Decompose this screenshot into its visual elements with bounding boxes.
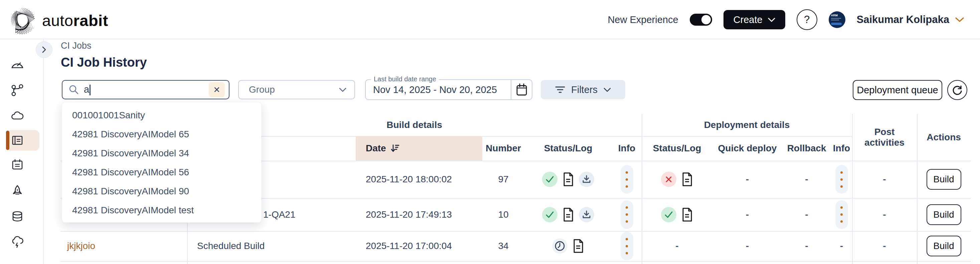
sidebar-item-git-branch-icon[interactable]	[10, 83, 25, 98]
cell-quick-deploy: -	[713, 241, 782, 251]
cell-build-status-log	[524, 238, 612, 254]
deploy-success-icon	[661, 207, 676, 222]
new-experience-toggle[interactable]	[690, 14, 712, 26]
column-header-quick-deploy[interactable]: Quick deploy	[713, 136, 782, 161]
sidebar-item-rocket-icon[interactable]	[10, 184, 25, 198]
sidebar-item-ci-job-history-icon[interactable]	[10, 133, 25, 148]
cell-build-status-log	[524, 172, 612, 187]
sidebar	[0, 40, 44, 264]
suggestion-item[interactable]: 42981 DiscoveryAIModel test	[62, 201, 261, 220]
search-icon	[68, 84, 79, 95]
kebab-menu-icon[interactable]	[835, 165, 848, 194]
column-header-actions-spacer	[917, 136, 970, 161]
search-value: a	[84, 84, 209, 95]
build-success-icon	[542, 172, 557, 187]
deployment-queue-button[interactable]: Deployment queue	[853, 80, 942, 100]
toggle-knob	[702, 15, 711, 24]
filter-icon	[555, 86, 565, 93]
cell-deploy-status-log	[642, 172, 713, 187]
column-header-number[interactable]: Number	[482, 136, 524, 161]
search-input[interactable]: a ✕	[62, 80, 229, 100]
sidebar-item-cloud-icon[interactable]	[10, 109, 25, 123]
deploy-log-icon[interactable]	[681, 172, 693, 187]
sidebar-item-dashboard-gauge-icon[interactable]	[10, 58, 25, 72]
group-select[interactable]: Group	[238, 80, 355, 100]
sidebar-item-database-icon[interactable]	[10, 209, 25, 224]
sort-descending-icon	[391, 144, 399, 153]
cell-quick-deploy: -	[713, 209, 782, 220]
cell-post-activities: -	[852, 209, 917, 220]
build-button[interactable]: Build	[927, 169, 961, 190]
build-log-icon[interactable]	[562, 207, 574, 222]
create-button[interactable]: Create	[724, 10, 785, 29]
cell-rollback: -	[782, 209, 831, 220]
table-row: jkjkjoio Scheduled Build 2025-11-20 17:0…	[60, 231, 970, 261]
filters-button[interactable]: Filters	[541, 80, 625, 100]
group-select-label: Group	[249, 84, 275, 95]
cell-rollback: -	[782, 174, 831, 185]
kebab-menu-icon[interactable]	[620, 200, 633, 229]
suggestion-item[interactable]: 42981 DiscoveryAIModel 56	[62, 163, 261, 182]
column-header-status-log-build[interactable]: Status/Log	[524, 136, 612, 161]
cell-date: 2025-11-20 17:49:13	[356, 209, 482, 220]
download-log-icon[interactable]	[579, 172, 594, 187]
column-header-info-build: Info	[612, 136, 642, 161]
deploy-failed-icon	[661, 172, 676, 187]
chevron-down-icon	[604, 88, 611, 92]
calendar-icon	[516, 83, 527, 96]
sidebar-item-cloud-lightning-icon[interactable]	[10, 234, 25, 249]
autorabit-wordmark: autorabit	[42, 11, 108, 30]
cell-trigger: Scheduled Build	[187, 241, 356, 251]
help-button[interactable]: ?	[797, 9, 817, 30]
column-header-rollback[interactable]: Rollback	[782, 136, 831, 161]
date-range-value: Nov 14, 2025 - Nov 20, 2025	[373, 80, 497, 100]
cell-date: 2025-11-20 17:00:04	[356, 241, 482, 251]
cell-actions: Build	[917, 236, 970, 256]
page-title: CI Job History	[61, 55, 147, 70]
date-range-field[interactable]: Last build date range Nov 14, 2025 - Nov…	[365, 79, 533, 100]
cell-number: 34	[482, 241, 524, 251]
build-log-icon[interactable]	[562, 172, 574, 187]
refresh-button[interactable]	[947, 80, 967, 100]
cell-post-activities: -	[852, 241, 917, 251]
sidebar-item-clipped-icon[interactable]	[10, 262, 25, 264]
user-name[interactable]: Saikumar Kolipaka	[857, 14, 949, 26]
suggestion-item[interactable]: 42981 DiscoveryAIModel 34	[62, 144, 261, 163]
sidebar-collapse-button[interactable]	[36, 41, 52, 58]
column-header-post-spacer	[852, 136, 917, 161]
build-button[interactable]: Build	[927, 236, 961, 256]
cell-job-name[interactable]: jkjkjoio	[60, 241, 187, 251]
cell-build-info	[612, 165, 642, 194]
chevron-down-icon	[339, 88, 346, 92]
column-header-date[interactable]: Date	[356, 136, 482, 161]
cell-rollback: -	[782, 241, 831, 251]
cell-deploy-info	[831, 200, 852, 229]
deploy-log-icon[interactable]	[681, 207, 693, 222]
sidebar-active-accent	[6, 131, 10, 150]
breadcrumb[interactable]: CI Jobs	[61, 41, 92, 51]
avatar[interactable]: ARM	[829, 11, 845, 28]
suggestion-item[interactable]: 001001001Sanity	[62, 106, 261, 125]
suggestion-item[interactable]: 42981 DiscoveryAIModel 65	[62, 125, 261, 144]
cell-deploy-status-log	[642, 207, 713, 222]
kebab-menu-icon[interactable]	[835, 200, 848, 229]
calendar-button[interactable]	[511, 80, 532, 100]
build-button[interactable]: Build	[927, 204, 961, 225]
text-cursor	[89, 85, 91, 95]
column-header-status-log-deploy[interactable]: Status/Log	[642, 136, 713, 161]
cell-deploy-status-log: -	[642, 241, 713, 251]
column-header-info-deploy: Info	[831, 136, 852, 161]
chevron-down-icon	[768, 18, 775, 22]
cell-build-info	[612, 232, 642, 260]
new-experience-label: New Experience	[608, 14, 678, 25]
build-log-icon[interactable]	[572, 239, 584, 253]
autorabit-logo-mark	[5, 5, 39, 36]
search-clear-button[interactable]: ✕	[209, 82, 225, 97]
refresh-icon	[951, 84, 963, 96]
suggestion-item[interactable]: 42981 DiscoveryAIModel 90	[62, 182, 261, 201]
kebab-menu-icon[interactable]	[620, 232, 633, 260]
kebab-menu-icon[interactable]	[620, 165, 633, 194]
user-menu-chevron-icon[interactable]	[955, 17, 964, 22]
download-log-icon[interactable]	[579, 207, 594, 222]
sidebar-item-calendar-notes-icon[interactable]	[10, 157, 25, 172]
